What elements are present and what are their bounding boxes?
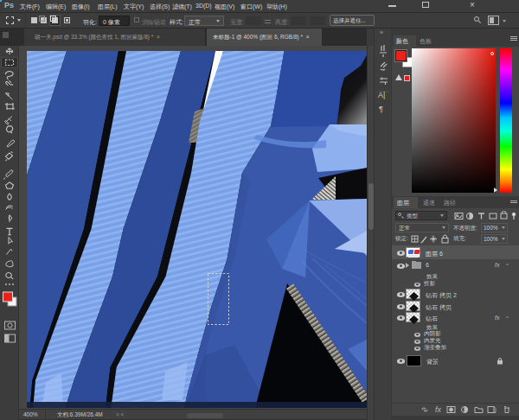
svg-text:fx: fx — [435, 405, 442, 414]
